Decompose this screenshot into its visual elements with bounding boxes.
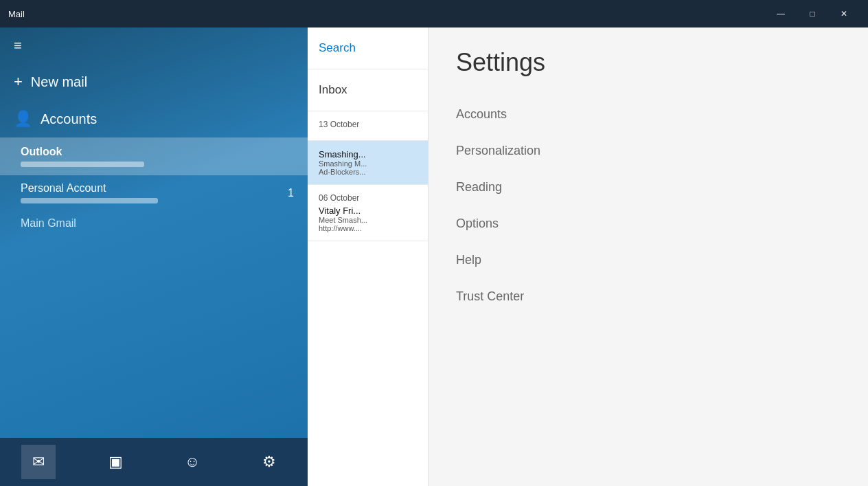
email-item-3[interactable]: 06 October Vitaly Fri... Meet Smash... h… [308, 185, 428, 241]
gmail-account-item[interactable]: Main Gmail [0, 210, 308, 236]
sidebar: ≡ + New mail 👤 Accounts Outlook Personal… [0, 27, 308, 486]
new-mail-label: New mail [31, 74, 87, 90]
search-item[interactable]: Search [308, 27, 428, 69]
people-icon: ☺ [185, 453, 200, 471]
person-icon: 👤 [14, 110, 32, 128]
close-button[interactable]: ✕ [828, 0, 860, 27]
settings-accounts[interactable]: Accounts [456, 96, 841, 133]
email3-date: 06 October [319, 193, 417, 203]
maximize-button[interactable]: □ [797, 0, 828, 27]
email-item-2[interactable]: Smashing... Smashing M... Ad-Blockers... [308, 141, 428, 185]
email1-date: 13 October [319, 120, 417, 129]
personal-account-item[interactable]: Personal Account 1 [0, 175, 308, 210]
personal-badge: 1 [288, 187, 294, 199]
minimize-button[interactable]: — [765, 0, 797, 27]
personal-account-name: Personal Account [21, 182, 158, 195]
bottom-nav: ✉ ▣ ☺ ⚙ [0, 438, 308, 486]
window-controls: — □ ✕ [765, 0, 860, 27]
search-label: Search [319, 41, 356, 54]
settings-options[interactable]: Options [456, 206, 841, 242]
email3-sender: Vitaly Fri... [319, 206, 417, 216]
plus-icon: + [14, 73, 23, 91]
settings-nav-button[interactable]: ⚙ [252, 445, 286, 479]
titlebar: Mail — □ ✕ [0, 0, 868, 27]
email3-preview1: Meet Smash... [319, 216, 417, 224]
app-container: ≡ + New mail 👤 Accounts Outlook Personal… [0, 27, 868, 486]
accounts-label: Accounts [41, 111, 97, 127]
inbox-label: Inbox [319, 83, 347, 96]
email2-sender: Smashing... [319, 149, 417, 159]
email3-preview2: http://www.... [319, 224, 417, 232]
settings-reading[interactable]: Reading [456, 169, 841, 206]
people-nav-button[interactable]: ☺ [175, 445, 209, 479]
personal-email-bar [21, 198, 158, 203]
settings-help[interactable]: Help [456, 242, 841, 278]
accounts-button[interactable]: 👤 Accounts [0, 100, 308, 137]
settings-panel: Settings Accounts Personalization Readin… [429, 27, 868, 486]
email2-preview1: Smashing M... [319, 159, 417, 168]
app-title: Mail [8, 9, 25, 19]
hamburger-icon[interactable]: ≡ [14, 38, 22, 52]
email-item-1[interactable]: 13 October [308, 111, 428, 141]
settings-personalization[interactable]: Personalization [456, 133, 841, 169]
inbox-item[interactable]: Inbox [308, 69, 428, 111]
gear-icon: ⚙ [262, 453, 276, 471]
calendar-icon: ▣ [108, 453, 123, 471]
settings-title: Settings [456, 48, 841, 77]
gmail-account-name: Main Gmail [21, 217, 294, 230]
sidebar-top: ≡ [0, 27, 308, 63]
settings-trust-center[interactable]: Trust Center [456, 278, 841, 315]
calendar-nav-button[interactable]: ▣ [98, 445, 133, 479]
email2-preview2: Ad-Blockers... [319, 168, 417, 176]
mail-nav-button[interactable]: ✉ [21, 445, 56, 479]
outlook-account-item[interactable]: Outlook [0, 137, 308, 175]
mail-icon: ✉ [32, 453, 45, 471]
outlook-account-name: Outlook [21, 146, 294, 158]
outlook-email-bar [21, 162, 144, 167]
new-mail-button[interactable]: + New mail [0, 63, 308, 100]
email-list-panel: Search Inbox 13 October Smashing... Smas… [308, 27, 429, 486]
